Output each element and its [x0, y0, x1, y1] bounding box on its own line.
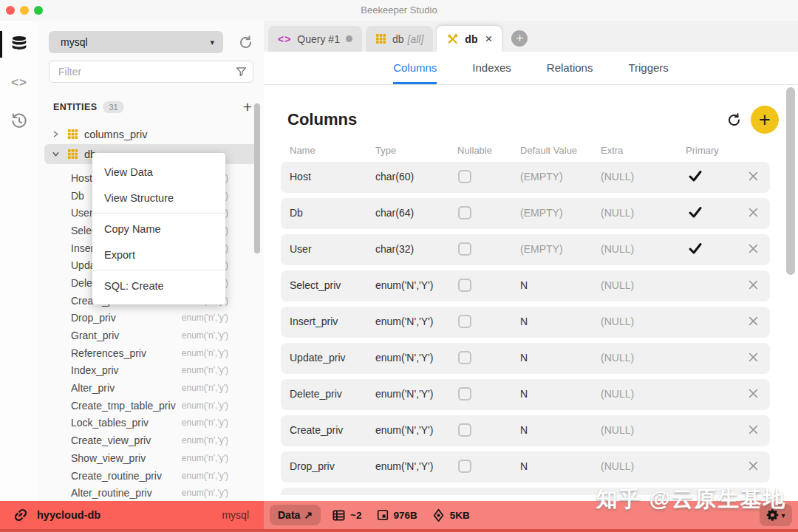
external-arrow-icon: ↗ [304, 509, 313, 521]
nullable-checkbox[interactable] [458, 387, 471, 400]
primary-key-cell[interactable] [684, 205, 706, 219]
remove-column-icon[interactable] [742, 460, 764, 471]
sidebar-column-row[interactable]: Alter_privenum('n','y') [38, 379, 264, 397]
view-data-button[interactable]: Data ↗ [270, 505, 321, 525]
context-menu-item-view-structure[interactable]: View Structure [92, 185, 225, 211]
nullable-checkbox[interactable] [458, 242, 471, 256]
cell-extra: (NULL) [601, 352, 634, 364]
history-icon [10, 112, 29, 131]
sidebar-column-row[interactable]: Create_tmp_table_privenum('n','y') [38, 397, 264, 415]
main-area: <>Query #1db[all]db×+ ColumnsIndexesRela… [264, 21, 798, 501]
tab-query-1[interactable]: <>Query #1 [268, 26, 362, 52]
subtab-columns[interactable]: Columns [393, 52, 437, 84]
sidebar-column-row[interactable]: Index_privenum('n','y') [38, 362, 264, 380]
nullable-checkbox[interactable] [458, 423, 471, 437]
cell-default-value: N [520, 316, 528, 327]
cell-type: enum('N','Y') [375, 316, 433, 327]
cell-type: char(60) [375, 171, 414, 183]
column-header-nullable: Nullable [457, 145, 492, 156]
view-data-label: Data [278, 509, 300, 521]
nullable-checkbox[interactable] [458, 206, 471, 219]
column-type: enum('n','y') [182, 435, 228, 446]
nullable-checkbox[interactable] [458, 351, 471, 364]
column-name: Grant_priv [71, 330, 119, 341]
status-bar-info-section: Data ↗ ~2976B5KB ▾ [264, 501, 798, 529]
subtab-triggers[interactable]: Triggers [628, 52, 668, 84]
sidebar-column-row[interactable]: Show_view_privenum('n','y') [38, 449, 264, 467]
sidebar-column-row[interactable]: Create_view_privenum('n','y') [38, 432, 264, 449]
filter-input[interactable] [49, 61, 253, 83]
sidebar-column-row[interactable]: Alter_routine_privenum('n','y') [38, 484, 264, 502]
code-icon: <> [11, 75, 27, 90]
subtab-relations[interactable]: Relations [547, 52, 593, 84]
database-select[interactable]: mysql ▾ [49, 31, 223, 53]
funnel-icon[interactable] [235, 65, 248, 81]
nullable-checkbox[interactable] [458, 315, 471, 328]
remove-column-icon[interactable] [742, 388, 764, 399]
context-menu-item-export[interactable]: Export [92, 242, 225, 267]
context-menu-item-sql-create[interactable]: SQL: Create [92, 273, 225, 299]
cell-type: char(64) [375, 207, 414, 219]
window-titlebar: Beekeeper Studio [0, 0, 798, 21]
tab-db[interactable]: db[all] [366, 26, 433, 52]
refresh-columns-icon[interactable] [726, 112, 742, 128]
remove-column-icon[interactable] [742, 279, 764, 290]
remove-column-icon[interactable] [742, 207, 764, 218]
sidebar-scrollbar[interactable] [254, 103, 260, 253]
cell-extra: (NULL) [601, 207, 634, 219]
menu-divider [92, 213, 225, 214]
rail-item-history[interactable] [0, 106, 38, 136]
cell-name: Host [290, 171, 311, 183]
chevron-down-icon[interactable] [52, 150, 60, 158]
entity-row-columns_priv[interactable]: columns_priv [38, 124, 264, 144]
sidebar-column-row[interactable]: Create_routine_privenum('n','y') [38, 467, 264, 485]
stat-value: 976B [394, 510, 417, 521]
context-menu-item-view-data[interactable]: View Data [92, 159, 225, 185]
remove-column-icon[interactable] [742, 243, 764, 254]
remove-column-icon[interactable] [742, 171, 764, 182]
cell-extra: (NULL) [601, 243, 634, 255]
stat-value: ~2 [350, 510, 361, 521]
cell-name: Db [290, 207, 303, 219]
column-type: enum('n','y') [182, 348, 228, 358]
sidebar-column-row[interactable]: References_privenum('n','y') [38, 344, 264, 362]
column-name: Create_tmp_table_priv [71, 400, 176, 412]
stat-index-size: 5KB [432, 508, 470, 522]
column-name: References_priv [71, 347, 146, 359]
sidebar-column-row[interactable]: Grant_privenum('n','y') [38, 327, 264, 344]
new-tab-button[interactable]: + [511, 30, 528, 47]
cell-default-value: N [520, 352, 528, 364]
primary-key-cell[interactable] [684, 242, 706, 255]
nullable-checkbox[interactable] [458, 460, 471, 473]
tab-db[interactable]: db× [437, 26, 502, 52]
sidebar-column-row[interactable]: Lock_tables_privenum('n','y') [38, 415, 264, 432]
remove-column-icon[interactable] [742, 316, 764, 327]
rail-item-code[interactable]: <> [0, 68, 38, 98]
add-entity-button[interactable]: + [243, 100, 252, 114]
status-bar: hyycloud-db mysql Data ↗ ~2976B5KB ▾ [0, 501, 798, 532]
context-menu-item-copy-name[interactable]: Copy Name [92, 216, 225, 242]
refresh-entities-icon[interactable] [238, 35, 253, 50]
settings-button[interactable]: ▾ [760, 504, 792, 526]
table-row: Userchar(32)(EMPTY)(NULL) [281, 234, 770, 265]
close-icon[interactable]: × [485, 34, 492, 44]
stat-value: 5KB [450, 510, 470, 521]
table-size-icon [376, 508, 389, 522]
main-scrollbar[interactable] [786, 87, 795, 275]
chevron-right-icon[interactable] [52, 130, 60, 138]
column-type: enum('n','y') [182, 330, 228, 341]
stat-records: ~2 [332, 508, 361, 522]
add-column-button[interactable]: + [751, 106, 779, 134]
subtab-indexes[interactable]: Indexes [472, 52, 511, 84]
rail-item-database[interactable] [0, 30, 38, 59]
nullable-checkbox[interactable] [458, 170, 471, 183]
nullable-checkbox[interactable] [458, 279, 471, 292]
remove-column-icon[interactable] [742, 352, 764, 363]
column-type: enum('n','y') [182, 365, 228, 375]
primary-key-cell[interactable] [684, 169, 706, 183]
sidebar-column-row[interactable]: Drop_privenum('n','y') [38, 310, 264, 327]
remove-column-icon[interactable] [742, 424, 764, 435]
entities-count-badge: 31 [103, 101, 123, 113]
tab-bar: <>Query #1db[all]db×+ [264, 21, 798, 52]
cell-name: Delete_priv [290, 388, 342, 400]
